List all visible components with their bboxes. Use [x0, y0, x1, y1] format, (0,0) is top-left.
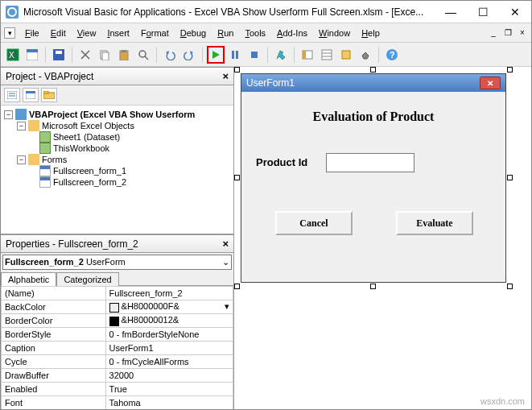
- menu-help[interactable]: Help: [357, 27, 385, 39]
- design-mode-button[interactable]: [272, 46, 290, 64]
- tab-alphabetic[interactable]: Alphabetic: [1, 272, 56, 286]
- menu-tools[interactable]: Tools: [240, 27, 270, 39]
- tree-form1[interactable]: Fullscreen_form_1: [53, 166, 126, 176]
- resize-handle[interactable]: [234, 67, 240, 72]
- prop-val[interactable]: UserForm1: [105, 342, 233, 355]
- help-button[interactable]: ?: [383, 46, 401, 64]
- redo-button[interactable]: [180, 46, 198, 64]
- copy-button[interactable]: [96, 46, 113, 64]
- toggle-folders-icon[interactable]: [41, 88, 57, 102]
- menu-window[interactable]: Window: [314, 27, 355, 39]
- prop-val[interactable]: 0 - fmCycleAllForms: [105, 355, 233, 369]
- resize-handle[interactable]: [507, 67, 513, 72]
- properties-window-button[interactable]: [318, 46, 336, 64]
- menu-edit[interactable]: Edit: [46, 27, 71, 39]
- properties-grid[interactable]: (Name)Fullscreen_form_2 BackColor&H80000…: [1, 285, 233, 409]
- close-button[interactable]: ✕: [499, 1, 531, 23]
- resize-handle[interactable]: [507, 284, 513, 289]
- svg-rect-27: [26, 91, 35, 93]
- menu-debug[interactable]: Debug: [175, 27, 211, 39]
- reset-button[interactable]: [245, 46, 263, 64]
- tree-thisworkbook[interactable]: ThisWorkbook: [53, 143, 109, 153]
- menu-format[interactable]: Format: [136, 27, 174, 39]
- system-menu-icon[interactable]: ▾: [4, 27, 15, 39]
- view-object-icon[interactable]: [23, 88, 39, 102]
- menu-view[interactable]: View: [72, 27, 101, 39]
- tree-form2[interactable]: Fullscreen_form_2: [53, 177, 126, 187]
- svg-rect-20: [342, 51, 350, 59]
- toolbar: X ?: [1, 43, 531, 67]
- properties-pane-title-text: Properties - Fullscreen_form_2: [6, 238, 138, 250]
- mdi-close-icon[interactable]: ×: [517, 27, 528, 39]
- design-area[interactable]: UserForm1 ✕ Evaluation of Product Produc…: [234, 67, 531, 409]
- vbaproject-icon: [15, 109, 27, 120]
- mdi-minimize-icon[interactable]: _: [488, 27, 499, 39]
- svg-rect-23: [7, 91, 17, 99]
- window-title: Microsoft Visual Basic for Applications …: [23, 6, 435, 18]
- break-button[interactable]: [226, 46, 244, 64]
- workbook-icon: [39, 143, 51, 154]
- minimize-button[interactable]: —: [435, 1, 467, 23]
- prop-key: Enabled: [2, 383, 106, 396]
- prop-key: Caption: [2, 342, 106, 355]
- folder-icon: [28, 120, 39, 131]
- menu-file[interactable]: File: [20, 27, 44, 39]
- userform-icon: [39, 176, 51, 188]
- project-explorer-button[interactable]: [299, 46, 316, 64]
- menu-addins[interactable]: Add-Ins: [272, 27, 312, 39]
- save-button[interactable]: [50, 46, 68, 64]
- svg-point-10: [139, 51, 146, 57]
- prop-val[interactable]: Tahoma: [105, 396, 233, 410]
- mdi-restore-icon[interactable]: ❐: [502, 27, 513, 39]
- prop-val[interactable]: 32000: [105, 369, 233, 383]
- prop-key: BackColor: [2, 300, 106, 314]
- project-root[interactable]: VBAProject (Excel VBA Show Userform: [29, 110, 195, 119]
- prop-val[interactable]: Fullscreen_form_2: [105, 287, 233, 300]
- tree-collapse-icon[interactable]: −: [4, 110, 13, 119]
- combo-object-name: Fullscreen_form_2: [5, 257, 84, 267]
- tree-collapse-icon[interactable]: −: [17, 122, 26, 130]
- properties-pane-close-icon[interactable]: ×: [222, 238, 229, 250]
- toolbox-button[interactable]: [357, 46, 374, 64]
- resize-handle[interactable]: [507, 175, 513, 180]
- insert-userform-button[interactable]: [23, 46, 41, 64]
- tree-folder-forms[interactable]: Forms: [42, 155, 67, 164]
- prop-val[interactable]: 0 - fmBorderStyleNone: [105, 328, 233, 342]
- properties-tabs: Alphabetic Categorized: [1, 271, 233, 285]
- resize-handle[interactable]: [234, 284, 240, 289]
- undo-button[interactable]: [161, 46, 179, 64]
- properties-object-combo[interactable]: Fullscreen_form_2 UserForm ⌄: [2, 255, 232, 270]
- paste-button[interactable]: [115, 46, 133, 64]
- object-browser-button[interactable]: [337, 46, 355, 64]
- userform-designer[interactable]: UserForm1 ✕ Evaluation of Product Produc…: [241, 73, 506, 283]
- project-toolbar: [1, 85, 233, 106]
- prop-val[interactable]: True: [105, 383, 233, 396]
- find-button[interactable]: [134, 46, 152, 64]
- tree-collapse-icon[interactable]: −: [17, 155, 26, 164]
- svg-rect-3: [27, 49, 38, 52]
- view-excel-button[interactable]: X: [4, 46, 22, 64]
- menu-insert[interactable]: Insert: [102, 27, 134, 39]
- resize-handle[interactable]: [370, 284, 376, 289]
- run-button[interactable]: [207, 46, 225, 64]
- menu-run[interactable]: Run: [212, 27, 238, 39]
- maximize-button[interactable]: ☐: [467, 1, 499, 23]
- tab-categorized[interactable]: Categorized: [56, 272, 118, 286]
- resize-handle[interactable]: [370, 67, 376, 72]
- tree-folder-excel-objects[interactable]: Microsoft Excel Objects: [42, 121, 134, 130]
- titlebar[interactable]: Microsoft Visual Basic for Applications …: [1, 1, 531, 23]
- resize-handle[interactable]: [234, 175, 240, 180]
- svg-rect-5: [56, 51, 62, 54]
- svg-rect-7: [102, 52, 109, 60]
- project-pane-close-icon[interactable]: ×: [222, 70, 229, 82]
- prop-val[interactable]: &H80000012&: [105, 314, 233, 328]
- tree-sheet1[interactable]: Sheet1 (Dataset): [53, 132, 120, 142]
- prop-val[interactable]: &H8000000F&▾: [105, 300, 233, 314]
- dropdown-icon[interactable]: ⌄: [222, 257, 229, 267]
- view-code-icon[interactable]: [4, 88, 20, 102]
- prop-key: BorderColor: [2, 314, 106, 328]
- cut-button[interactable]: [76, 46, 94, 64]
- project-tree[interactable]: − VBAProject (Excel VBA Show Userform − …: [1, 106, 233, 234]
- prop-key: DrawBuffer: [2, 369, 106, 383]
- svg-text:?: ?: [390, 50, 395, 60]
